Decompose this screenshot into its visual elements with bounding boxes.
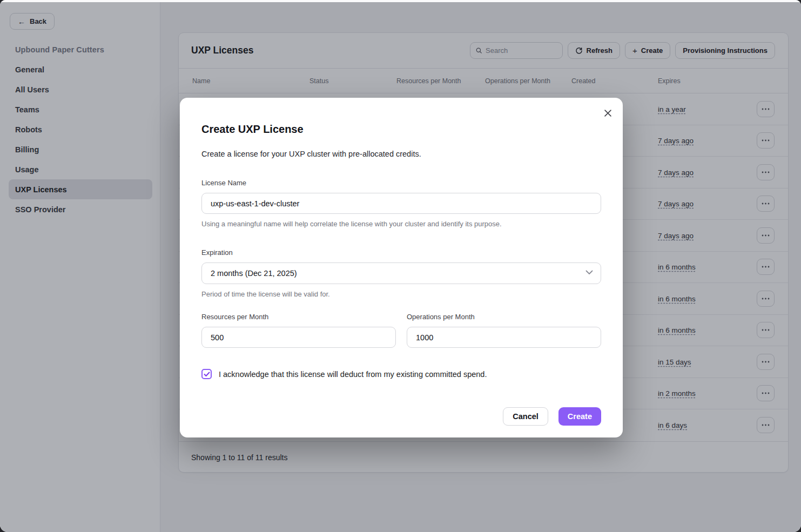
close-icon: [604, 110, 611, 117]
operations-field: Operations per Month: [407, 313, 601, 348]
expiration-select[interactable]: 2 months (Dec 21, 2025): [201, 262, 601, 284]
license-name-input[interactable]: [201, 193, 601, 214]
license-name-helper: Using a meaningful name will help correl…: [201, 220, 601, 228]
expiration-selected-value: 2 months (Dec 21, 2025): [211, 269, 297, 278]
modal-title: Create UXP License: [201, 123, 601, 136]
expiration-label: Expiration: [201, 248, 601, 257]
acknowledge-label: I acknowledge that this license will ded…: [219, 370, 487, 379]
license-name-label: License Name: [201, 179, 601, 187]
acknowledge-checkbox[interactable]: [201, 369, 212, 379]
window-top-edge: [0, 0, 801, 2]
resources-field: Resources per Month: [201, 313, 396, 348]
cancel-button[interactable]: Cancel: [503, 407, 548, 426]
modal-actions: Cancel Create: [201, 407, 601, 426]
modal-description: Create a license for your UXP cluster wi…: [201, 150, 601, 158]
resources-label: Resources per Month: [201, 313, 396, 321]
operations-input[interactable]: [407, 327, 601, 348]
expiration-helper: Period of time the license will be valid…: [201, 290, 601, 298]
operations-label: Operations per Month: [407, 313, 601, 321]
create-license-modal: Create UXP License Create a license for …: [180, 98, 623, 437]
browser-viewport: ← Back Upbound Paper Cutters General All…: [0, 0, 801, 532]
app-window: ← Back Upbound Paper Cutters General All…: [0, 0, 801, 532]
modal-close-button[interactable]: [601, 106, 614, 119]
acknowledge-row: I acknowledge that this license will ded…: [201, 369, 601, 379]
chevron-down-icon: [585, 270, 593, 275]
resources-input[interactable]: [201, 327, 396, 348]
modal-create-button[interactable]: Create: [558, 407, 601, 426]
check-icon: [204, 372, 210, 377]
credits-fields-row: Resources per Month Operations per Month: [201, 313, 601, 348]
